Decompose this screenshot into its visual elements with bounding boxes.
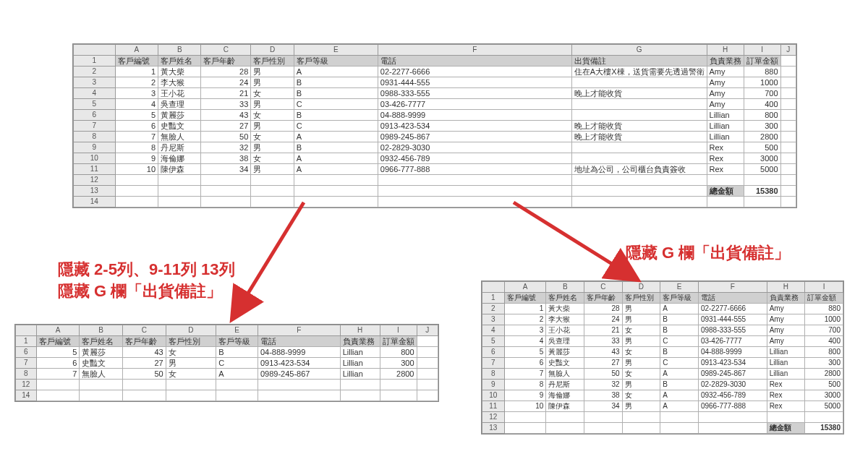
cell[interactable]: 5000 (744, 164, 780, 175)
cell[interactable]: 海倫娜 (158, 153, 201, 164)
cell[interactable]: 5 (115, 110, 158, 121)
cell[interactable]: 男 (622, 380, 660, 390)
cell[interactable]: 28 (201, 67, 251, 77)
cell[interactable]: Amy (767, 304, 805, 314)
cell[interactable] (16, 325, 37, 336)
cell[interactable]: C (294, 121, 378, 132)
cell[interactable]: H (767, 282, 805, 293)
cell[interactable]: C (294, 99, 378, 110)
cell[interactable]: A (294, 153, 378, 164)
cell[interactable] (584, 423, 623, 434)
cell[interactable]: 3 (504, 325, 546, 336)
cell[interactable]: Lillian (767, 358, 805, 369)
cell[interactable]: 50 (123, 369, 166, 380)
cell[interactable]: 吳查理 (546, 336, 584, 347)
cell[interactable]: 8 (504, 380, 546, 390)
cell[interactable] (546, 412, 584, 423)
cell[interactable]: 男 (251, 67, 294, 77)
cell[interactable] (115, 175, 158, 186)
cell[interactable]: Amy (707, 88, 744, 99)
cell[interactable]: Rex (767, 380, 805, 390)
cell[interactable] (216, 390, 258, 401)
cell[interactable]: 2800 (744, 132, 780, 142)
cell[interactable]: 6 (36, 358, 80, 369)
cell[interactable]: B (158, 45, 201, 56)
cell[interactable] (201, 186, 251, 197)
cell[interactable] (80, 390, 123, 401)
spreadsheet-right[interactable]: ABCDEFHI1客戶編號客戶姓名客戶年齡客戶性別客戶等級電話負責業務訂單金額2… (481, 280, 844, 434)
cell[interactable]: 1 (504, 304, 546, 314)
cell[interactable]: 27 (123, 358, 166, 369)
cell[interactable]: 史豔文 (80, 358, 123, 369)
cell[interactable] (546, 423, 584, 434)
cell[interactable]: 1 (482, 293, 505, 304)
cell[interactable]: B (660, 325, 699, 336)
cell[interactable]: 無臉人 (546, 369, 584, 380)
cell[interactable]: 8 (16, 369, 37, 380)
cell[interactable]: 3000 (805, 390, 843, 401)
cell[interactable]: H (707, 45, 744, 56)
cell[interactable]: Lillian (707, 110, 744, 121)
cell[interactable]: 客戶編號 (504, 293, 546, 304)
cell[interactable]: 史豔文 (158, 121, 201, 132)
cell[interactable]: A (660, 369, 699, 380)
cell[interactable]: 38 (584, 390, 623, 401)
cell[interactable] (417, 380, 438, 390)
cell[interactable]: 6 (74, 110, 116, 121)
cell[interactable]: B (216, 347, 258, 358)
cell[interactable] (780, 153, 796, 164)
cell[interactable] (251, 186, 294, 197)
cell[interactable]: Rex (707, 164, 744, 175)
cell[interactable]: 訂單金額 (380, 336, 417, 347)
cell[interactable]: Rex (767, 401, 805, 412)
cell[interactable]: I (380, 325, 417, 336)
cell[interactable]: 02-2829-3030 (698, 380, 767, 390)
cell[interactable] (294, 186, 378, 197)
cell[interactable]: 負責業務 (707, 56, 744, 67)
cell[interactable]: 03-426-7777 (378, 99, 571, 110)
cell[interactable]: B (294, 110, 378, 121)
cell[interactable]: 3000 (744, 153, 780, 164)
cell[interactable]: 02-2277-6666 (378, 67, 571, 77)
cell[interactable]: 2800 (380, 369, 417, 380)
cell[interactable]: 33 (201, 99, 251, 110)
cell[interactable]: 陳伊森 (158, 164, 201, 175)
cell[interactable]: 7 (36, 369, 80, 380)
cell[interactable] (123, 380, 166, 390)
cell[interactable]: 無臉人 (158, 132, 201, 142)
cell[interactable]: A (660, 390, 699, 401)
cell[interactable]: 電話 (258, 336, 340, 347)
cell[interactable]: Amy (767, 325, 805, 336)
cell[interactable]: 9 (482, 380, 505, 390)
cell[interactable] (115, 186, 158, 197)
cell[interactable]: 女 (622, 347, 660, 358)
cell[interactable]: 男 (251, 121, 294, 132)
cell[interactable] (571, 142, 707, 153)
cell[interactable]: 7 (74, 121, 116, 132)
cell[interactable]: 5 (36, 347, 80, 358)
cell[interactable]: 2 (115, 77, 158, 88)
cell[interactable] (571, 186, 707, 197)
cell[interactable]: 800 (744, 110, 780, 121)
cell[interactable]: 客戶年齡 (584, 293, 623, 304)
cell[interactable] (115, 197, 158, 207)
cell[interactable]: G (571, 45, 707, 56)
cell[interactable]: E (660, 282, 699, 293)
cell[interactable]: A (660, 401, 699, 412)
cell[interactable]: 訂單金額 (744, 56, 780, 67)
cell[interactable]: 2 (504, 314, 546, 325)
cell[interactable]: 8 (115, 142, 158, 153)
cell[interactable]: 0989-245-867 (698, 369, 767, 380)
cell[interactable]: Amy (707, 67, 744, 77)
cell[interactable] (158, 175, 201, 186)
cell[interactable]: 晚上才能收貨 (571, 121, 707, 132)
cell[interactable] (36, 380, 80, 390)
cell[interactable]: 21 (201, 88, 251, 99)
cell[interactable] (780, 121, 796, 132)
cell[interactable] (571, 110, 707, 121)
cell[interactable]: 男 (622, 304, 660, 314)
cell[interactable]: 50 (584, 369, 623, 380)
cell[interactable]: H (340, 325, 380, 336)
cell[interactable] (258, 380, 340, 390)
cell[interactable]: 無臉人 (80, 369, 123, 380)
